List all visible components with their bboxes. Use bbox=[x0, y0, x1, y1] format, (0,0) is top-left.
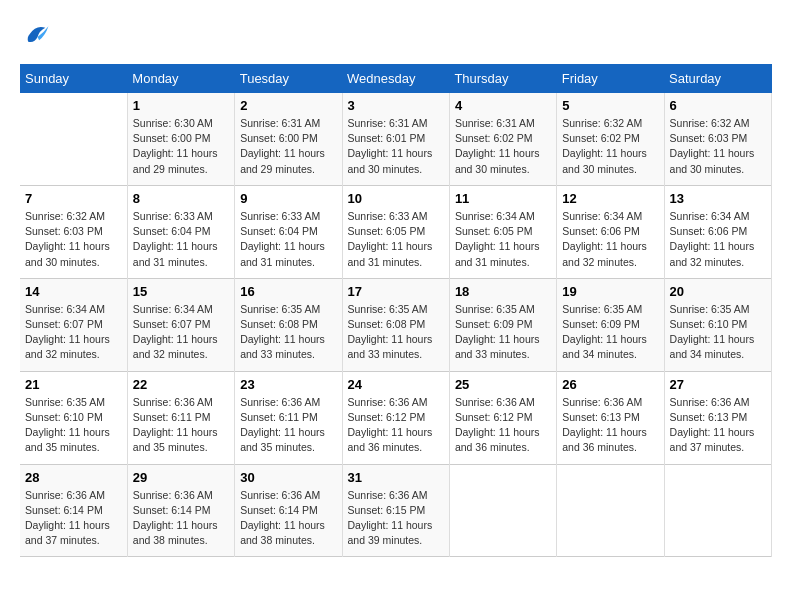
day-number: 9 bbox=[240, 191, 336, 206]
day-info: Sunrise: 6:36 AMSunset: 6:12 PMDaylight:… bbox=[348, 395, 444, 456]
day-info: Sunrise: 6:35 AMSunset: 6:09 PMDaylight:… bbox=[562, 302, 658, 363]
day-info: Sunrise: 6:36 AMSunset: 6:13 PMDaylight:… bbox=[670, 395, 766, 456]
day-info: Sunrise: 6:36 AMSunset: 6:15 PMDaylight:… bbox=[348, 488, 444, 549]
calendar-cell bbox=[664, 464, 771, 557]
day-info: Sunrise: 6:35 AMSunset: 6:10 PMDaylight:… bbox=[670, 302, 766, 363]
calendar-cell bbox=[557, 464, 664, 557]
day-info: Sunrise: 6:36 AMSunset: 6:11 PMDaylight:… bbox=[133, 395, 229, 456]
calendar-cell: 8Sunrise: 6:33 AMSunset: 6:04 PMDaylight… bbox=[127, 185, 234, 278]
calendar-cell: 19Sunrise: 6:35 AMSunset: 6:09 PMDayligh… bbox=[557, 278, 664, 371]
day-number: 24 bbox=[348, 377, 444, 392]
calendar-cell: 12Sunrise: 6:34 AMSunset: 6:06 PMDayligh… bbox=[557, 185, 664, 278]
day-number: 28 bbox=[25, 470, 122, 485]
day-number: 26 bbox=[562, 377, 658, 392]
day-info: Sunrise: 6:34 AMSunset: 6:05 PMDaylight:… bbox=[455, 209, 551, 270]
day-info: Sunrise: 6:30 AMSunset: 6:00 PMDaylight:… bbox=[133, 116, 229, 177]
day-header-thursday: Thursday bbox=[449, 64, 556, 93]
calendar-cell: 22Sunrise: 6:36 AMSunset: 6:11 PMDayligh… bbox=[127, 371, 234, 464]
day-number: 12 bbox=[562, 191, 658, 206]
logo bbox=[20, 20, 50, 48]
calendar-cell: 29Sunrise: 6:36 AMSunset: 6:14 PMDayligh… bbox=[127, 464, 234, 557]
day-number: 22 bbox=[133, 377, 229, 392]
day-info: Sunrise: 6:35 AMSunset: 6:08 PMDaylight:… bbox=[240, 302, 336, 363]
calendar-cell: 23Sunrise: 6:36 AMSunset: 6:11 PMDayligh… bbox=[235, 371, 342, 464]
day-info: Sunrise: 6:36 AMSunset: 6:11 PMDaylight:… bbox=[240, 395, 336, 456]
logo-bird-icon bbox=[22, 20, 50, 48]
calendar-cell: 10Sunrise: 6:33 AMSunset: 6:05 PMDayligh… bbox=[342, 185, 449, 278]
day-number: 11 bbox=[455, 191, 551, 206]
day-info: Sunrise: 6:36 AMSunset: 6:14 PMDaylight:… bbox=[240, 488, 336, 549]
calendar-cell: 21Sunrise: 6:35 AMSunset: 6:10 PMDayligh… bbox=[20, 371, 127, 464]
calendar-cell: 24Sunrise: 6:36 AMSunset: 6:12 PMDayligh… bbox=[342, 371, 449, 464]
day-number: 6 bbox=[670, 98, 766, 113]
day-info: Sunrise: 6:31 AMSunset: 6:01 PMDaylight:… bbox=[348, 116, 444, 177]
calendar-cell: 11Sunrise: 6:34 AMSunset: 6:05 PMDayligh… bbox=[449, 185, 556, 278]
calendar-cell: 17Sunrise: 6:35 AMSunset: 6:08 PMDayligh… bbox=[342, 278, 449, 371]
day-number: 1 bbox=[133, 98, 229, 113]
calendar-cell: 25Sunrise: 6:36 AMSunset: 6:12 PMDayligh… bbox=[449, 371, 556, 464]
calendar-cell: 16Sunrise: 6:35 AMSunset: 6:08 PMDayligh… bbox=[235, 278, 342, 371]
day-number: 2 bbox=[240, 98, 336, 113]
day-header-monday: Monday bbox=[127, 64, 234, 93]
day-info: Sunrise: 6:36 AMSunset: 6:14 PMDaylight:… bbox=[133, 488, 229, 549]
calendar-cell: 5Sunrise: 6:32 AMSunset: 6:02 PMDaylight… bbox=[557, 93, 664, 185]
day-number: 31 bbox=[348, 470, 444, 485]
day-number: 25 bbox=[455, 377, 551, 392]
day-info: Sunrise: 6:36 AMSunset: 6:14 PMDaylight:… bbox=[25, 488, 122, 549]
day-header-saturday: Saturday bbox=[664, 64, 771, 93]
day-number: 13 bbox=[670, 191, 766, 206]
calendar-cell: 31Sunrise: 6:36 AMSunset: 6:15 PMDayligh… bbox=[342, 464, 449, 557]
day-info: Sunrise: 6:34 AMSunset: 6:06 PMDaylight:… bbox=[670, 209, 766, 270]
calendar-cell: 7Sunrise: 6:32 AMSunset: 6:03 PMDaylight… bbox=[20, 185, 127, 278]
page-header bbox=[20, 20, 772, 48]
day-info: Sunrise: 6:32 AMSunset: 6:02 PMDaylight:… bbox=[562, 116, 658, 177]
calendar-cell: 26Sunrise: 6:36 AMSunset: 6:13 PMDayligh… bbox=[557, 371, 664, 464]
calendar-cell bbox=[449, 464, 556, 557]
day-header-friday: Friday bbox=[557, 64, 664, 93]
day-header-wednesday: Wednesday bbox=[342, 64, 449, 93]
day-number: 20 bbox=[670, 284, 766, 299]
day-info: Sunrise: 6:34 AMSunset: 6:07 PMDaylight:… bbox=[25, 302, 122, 363]
calendar-cell: 14Sunrise: 6:34 AMSunset: 6:07 PMDayligh… bbox=[20, 278, 127, 371]
day-header-sunday: Sunday bbox=[20, 64, 127, 93]
day-number: 8 bbox=[133, 191, 229, 206]
day-info: Sunrise: 6:35 AMSunset: 6:10 PMDaylight:… bbox=[25, 395, 122, 456]
calendar-cell: 4Sunrise: 6:31 AMSunset: 6:02 PMDaylight… bbox=[449, 93, 556, 185]
calendar-header: SundayMondayTuesdayWednesdayThursdayFrid… bbox=[20, 64, 772, 93]
day-number: 27 bbox=[670, 377, 766, 392]
day-number: 23 bbox=[240, 377, 336, 392]
calendar-cell: 6Sunrise: 6:32 AMSunset: 6:03 PMDaylight… bbox=[664, 93, 771, 185]
calendar-cell: 18Sunrise: 6:35 AMSunset: 6:09 PMDayligh… bbox=[449, 278, 556, 371]
day-info: Sunrise: 6:35 AMSunset: 6:08 PMDaylight:… bbox=[348, 302, 444, 363]
day-info: Sunrise: 6:31 AMSunset: 6:02 PMDaylight:… bbox=[455, 116, 551, 177]
calendar-cell: 27Sunrise: 6:36 AMSunset: 6:13 PMDayligh… bbox=[664, 371, 771, 464]
day-number: 16 bbox=[240, 284, 336, 299]
day-info: Sunrise: 6:32 AMSunset: 6:03 PMDaylight:… bbox=[25, 209, 122, 270]
day-info: Sunrise: 6:34 AMSunset: 6:06 PMDaylight:… bbox=[562, 209, 658, 270]
calendar-cell: 3Sunrise: 6:31 AMSunset: 6:01 PMDaylight… bbox=[342, 93, 449, 185]
calendar-cell: 28Sunrise: 6:36 AMSunset: 6:14 PMDayligh… bbox=[20, 464, 127, 557]
day-number: 3 bbox=[348, 98, 444, 113]
day-info: Sunrise: 6:33 AMSunset: 6:05 PMDaylight:… bbox=[348, 209, 444, 270]
day-number: 10 bbox=[348, 191, 444, 206]
day-number: 4 bbox=[455, 98, 551, 113]
day-info: Sunrise: 6:36 AMSunset: 6:12 PMDaylight:… bbox=[455, 395, 551, 456]
day-number: 21 bbox=[25, 377, 122, 392]
day-number: 18 bbox=[455, 284, 551, 299]
day-info: Sunrise: 6:33 AMSunset: 6:04 PMDaylight:… bbox=[240, 209, 336, 270]
day-info: Sunrise: 6:34 AMSunset: 6:07 PMDaylight:… bbox=[133, 302, 229, 363]
calendar-cell: 13Sunrise: 6:34 AMSunset: 6:06 PMDayligh… bbox=[664, 185, 771, 278]
day-info: Sunrise: 6:35 AMSunset: 6:09 PMDaylight:… bbox=[455, 302, 551, 363]
calendar-cell: 2Sunrise: 6:31 AMSunset: 6:00 PMDaylight… bbox=[235, 93, 342, 185]
day-number: 15 bbox=[133, 284, 229, 299]
day-header-tuesday: Tuesday bbox=[235, 64, 342, 93]
day-number: 29 bbox=[133, 470, 229, 485]
day-info: Sunrise: 6:31 AMSunset: 6:00 PMDaylight:… bbox=[240, 116, 336, 177]
day-info: Sunrise: 6:33 AMSunset: 6:04 PMDaylight:… bbox=[133, 209, 229, 270]
day-number: 30 bbox=[240, 470, 336, 485]
day-number: 14 bbox=[25, 284, 122, 299]
calendar-cell: 1Sunrise: 6:30 AMSunset: 6:00 PMDaylight… bbox=[127, 93, 234, 185]
day-number: 19 bbox=[562, 284, 658, 299]
calendar-cell: 20Sunrise: 6:35 AMSunset: 6:10 PMDayligh… bbox=[664, 278, 771, 371]
calendar-cell: 9Sunrise: 6:33 AMSunset: 6:04 PMDaylight… bbox=[235, 185, 342, 278]
